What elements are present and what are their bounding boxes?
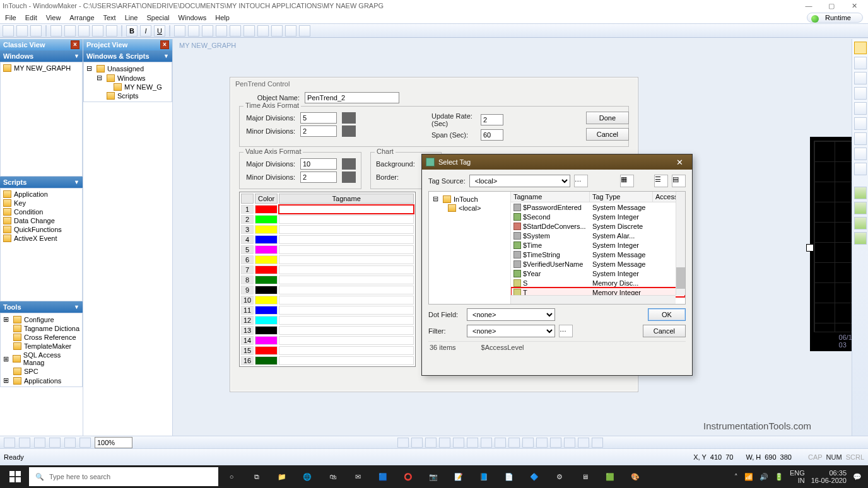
word-icon[interactable]: 📝 — [447, 467, 471, 487]
view-grid-icon[interactable]: ▦ — [620, 175, 634, 187]
tool-paste[interactable] — [78, 25, 90, 37]
tool-configure[interactable]: ⊞Configure — [2, 315, 81, 324]
tag-source-browse[interactable]: … — [574, 175, 588, 187]
pen-row[interactable]: 1 — [241, 205, 414, 214]
notification-icon[interactable]: 💬 — [853, 473, 862, 481]
window-item[interactable]: MY NEW_GRAPH — [2, 64, 81, 73]
tool-misc[interactable] — [299, 25, 310, 37]
store-icon[interactable]: 🛍 — [320, 467, 344, 487]
align-tool-icon[interactable] — [508, 438, 520, 448]
tray-up-icon[interactable]: ˄ — [734, 473, 738, 481]
pen-row[interactable]: 12 — [241, 316, 414, 325]
pen-row-color[interactable] — [255, 316, 278, 325]
zoom-tool-icon[interactable] — [34, 438, 45, 448]
collapse-icon[interactable]: ⊟ — [433, 195, 440, 203]
tag-row[interactable]: $StartDdeConvers... System Discrete — [511, 221, 685, 231]
tool-misc[interactable] — [257, 25, 269, 37]
pen-row[interactable]: 16 — [241, 356, 414, 365]
classic-view-header[interactable]: Classic View × — [0, 39, 83, 50]
pen-row[interactable]: 8 — [241, 276, 414, 284]
align-tool-icon[interactable] — [495, 438, 506, 448]
pen-row-color[interactable] — [255, 306, 278, 315]
pen-row-tagname[interactable] — [279, 296, 414, 305]
pen-row-color[interactable] — [255, 255, 278, 264]
pen-row-tagname[interactable] — [279, 316, 414, 325]
tag-row[interactable]: $Year System Integer — [511, 269, 685, 278]
pen-row[interactable]: 7 — [241, 265, 414, 274]
dot-field-combo[interactable]: <none> — [467, 308, 555, 321]
tool-italic[interactable]: I — [140, 25, 151, 37]
tool-misc[interactable] — [271, 25, 283, 37]
menu-windows[interactable]: Windows — [179, 14, 207, 21]
pen-row-tagname[interactable] — [279, 306, 414, 315]
app-icon[interactable]: 🎨 — [623, 467, 647, 487]
align-tool-icon[interactable] — [550, 438, 561, 448]
time-major-color[interactable] — [342, 112, 356, 124]
tool-bold[interactable]: B — [126, 25, 138, 37]
select-tag-titlebar[interactable]: Select Tag ✕ — [422, 154, 692, 170]
tool-cut[interactable] — [50, 25, 62, 37]
tool-cross-ref[interactable]: Cross Reference — [2, 333, 81, 342]
tool-undo[interactable] — [92, 25, 103, 37]
collapse-icon[interactable]: ⊟ — [86, 64, 94, 73]
value-major-input[interactable] — [300, 158, 337, 170]
script-data-change[interactable]: Data Change — [2, 216, 81, 225]
time-minor-color[interactable] — [342, 125, 356, 137]
pen-row[interactable]: 2 — [241, 215, 414, 224]
wizard-tool-icon[interactable] — [854, 217, 867, 229]
trend-tool-icon[interactable] — [854, 187, 867, 199]
align-tool-icon[interactable] — [481, 438, 492, 448]
script-quick-functions[interactable]: QuickFunctions — [2, 225, 81, 234]
button-tool-icon[interactable] — [854, 163, 867, 175]
expand-icon[interactable]: ⊞ — [3, 376, 11, 385]
tools-panel-header[interactable]: Tools ▼ — [0, 301, 83, 313]
menu-arrange[interactable]: Arrange — [69, 14, 94, 21]
wifi-icon[interactable]: 📶 — [744, 473, 753, 481]
polyline-tool-icon[interactable] — [854, 117, 867, 130]
tag-row[interactable]: $VerifiedUserName System Message — [511, 259, 685, 269]
script-key[interactable]: Key — [2, 199, 81, 207]
time-major-input[interactable] — [300, 112, 337, 124]
tool-tagname-dict[interactable]: Tagname Dictiona — [2, 324, 81, 333]
tree-scripts[interactable]: Scripts — [85, 91, 170, 100]
dialog-close-icon[interactable]: ✕ — [671, 158, 688, 167]
tool-underline[interactable]: U — [154, 25, 165, 37]
app-icon[interactable]: ⚙ — [548, 467, 572, 487]
chrome-icon[interactable]: ⭕ — [396, 467, 420, 487]
script-condition[interactable]: Condition — [2, 207, 81, 216]
tool-open[interactable] — [16, 25, 28, 37]
pen-row-tagname[interactable] — [279, 326, 414, 335]
pen-row-color[interactable] — [255, 215, 278, 224]
done-button[interactable]: Done — [586, 112, 629, 124]
pen-row-tagname[interactable] — [279, 356, 414, 365]
tag-row[interactable]: $Second System Integer — [511, 212, 685, 221]
object-name-input[interactable] — [305, 92, 399, 103]
pointer-tool-icon[interactable] — [854, 42, 867, 54]
pen-row[interactable]: 13 — [241, 326, 414, 335]
pen-row[interactable]: 5 — [241, 245, 414, 254]
align-tool-icon[interactable] — [592, 438, 603, 448]
view-list-icon[interactable]: ☰ — [654, 175, 668, 187]
pen-row-color[interactable] — [255, 356, 278, 365]
app-icon[interactable]: 📄 — [497, 467, 521, 487]
start-button[interactable] — [3, 467, 28, 487]
pen-row[interactable]: 9 — [241, 286, 414, 294]
align-tool-icon[interactable] — [439, 438, 450, 448]
pen-row[interactable]: 4 — [241, 235, 414, 244]
pan-tool-icon[interactable] — [79, 438, 91, 448]
align-tool-icon[interactable] — [536, 438, 548, 448]
project-view-close[interactable]: × — [160, 40, 169, 49]
explorer-icon[interactable]: 📁 — [270, 467, 294, 487]
tool-applications[interactable]: ⊞Applications — [2, 376, 81, 385]
tag-row[interactable]: $Time System Integer — [511, 240, 685, 250]
pen-row[interactable]: 10 — [241, 296, 414, 305]
align-tool-icon[interactable] — [453, 438, 464, 448]
align-tool-icon[interactable] — [578, 438, 589, 448]
pen-row-color[interactable] — [255, 346, 278, 355]
tool-copy[interactable] — [64, 25, 76, 37]
tool-misc[interactable] — [216, 25, 227, 37]
align-tool-icon[interactable] — [397, 438, 409, 448]
view-details-icon[interactable]: ▤ — [672, 175, 686, 187]
tag-row[interactable]: $TimeString System Message — [511, 250, 685, 259]
pen-row-color[interactable] — [255, 296, 278, 305]
